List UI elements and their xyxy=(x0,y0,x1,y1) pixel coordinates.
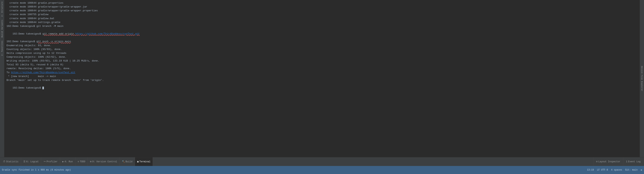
sidebar-tab-build-variants[interactable]: Build Variants xyxy=(0,18,4,39)
terminal-line-4: create mode 100755 gradlew xyxy=(6,13,638,16)
terminal-line-18: * [new branch] main -> main xyxy=(6,75,638,78)
terminal-line-20: 192:Demo takeeigou$ xyxy=(6,82,638,94)
terminal-line-10: Enumerating objects: 93, done. xyxy=(6,44,638,47)
terminal-line-14: Writing objects: 100% (93/93), 133.19 Ki… xyxy=(6,59,638,63)
event-log-badge: 1 xyxy=(626,160,627,163)
right-panel-items: ⊡ Layout Inspector 1 Event Log xyxy=(593,157,643,166)
settings-icon[interactable]: ⚙ xyxy=(641,169,642,172)
layout-inspector-button[interactable]: ⊡ Layout Inspector xyxy=(593,157,623,166)
sidebar-tab-favorites[interactable]: 2: Favorites xyxy=(0,39,4,57)
branch-display: Git: main xyxy=(625,169,638,171)
toolbar-terminal-label: Terminal xyxy=(140,160,150,163)
status-left: Gradle sync finished in 1 s 909 ms (6 mi… xyxy=(2,169,587,171)
terminal-line-6: create mode 100644 settings.gradle xyxy=(6,20,638,24)
toolbar-run[interactable]: ▶ 4: Run xyxy=(60,157,75,166)
event-log-label: Event Log xyxy=(628,160,640,163)
left-sidebar: 2: Structure Build Variants 2: Favorites xyxy=(0,0,4,157)
profiler-icon: 〜 xyxy=(44,160,46,163)
layout-inspector-label: Layout Inspector xyxy=(598,160,620,163)
toolbar-profiler[interactable]: 〜 Profiler xyxy=(41,157,60,166)
terminal-line-15: Total 93 (delta 5), reused 0 (delta 0) xyxy=(6,63,638,67)
terminal-icon: ▣ xyxy=(137,160,139,163)
toolbar-build-label: Build xyxy=(126,160,132,163)
toolbar-todo[interactable]: ≡ TODO xyxy=(75,157,88,166)
terminal-line-7: 192:Demo takeeigou$ git branch -M main xyxy=(6,24,638,28)
terminal-line-11: Counting objects: 100% (93/93), done. xyxy=(6,47,638,51)
terminal-line-17: To https://github.com/ThirdGoddess/cynTe… xyxy=(6,71,638,75)
toolbar-run-label: 4: Run xyxy=(64,160,73,163)
terminal-line-12: Delta compression using up to 12 threads xyxy=(6,51,638,55)
terminal-line-3: create mode 100644 gradle/wrapper/gradle… xyxy=(6,9,638,13)
layout-inspector-icon: ⊡ xyxy=(596,160,598,163)
version-control-icon: ⊞ xyxy=(90,160,92,163)
status-right: 13:19 LF UTF-8 4 spaces Git: main ⚙ xyxy=(587,169,642,172)
terminal-line-1: create mode 100644 gradle.properties xyxy=(6,1,638,5)
sidebar-tab-structure[interactable]: 2: Structure xyxy=(0,0,4,18)
toolbar-logcat-label: 6: Logcat xyxy=(26,160,39,163)
time-display: 13:19 xyxy=(587,169,594,171)
toolbar-statistic[interactable]: ⏱ Statistic xyxy=(1,157,21,166)
logcat-icon: ☰ xyxy=(24,160,26,163)
terminal-line-16: remote: Resolving deltas: 100% (5/5), do… xyxy=(6,67,638,70)
spaces-display: 4 spaces xyxy=(611,169,622,171)
toolbar-terminal[interactable]: ▣ Terminal xyxy=(135,157,153,166)
terminal-line-2: create mode 100644 gradle/wrapper/gradle… xyxy=(6,5,638,9)
right-sidebar: Device File Explorer xyxy=(640,0,644,157)
terminal-line-8: 192:Demo takeeigou$ git remote add origi… xyxy=(6,28,638,40)
toolbar-logcat[interactable]: ☰ 6: Logcat xyxy=(21,157,41,166)
terminal-area: create mode 100644 gradle.properties cre… xyxy=(4,0,640,157)
todo-icon: ≡ xyxy=(78,160,79,163)
toolbar-version-control[interactable]: ⊞ 9: Version Control xyxy=(88,157,120,166)
toolbar-build[interactable]: 🔨 Build xyxy=(120,157,135,166)
status-bar: Gradle sync finished in 1 s 909 ms (6 mi… xyxy=(0,166,644,174)
toolbar-profiler-label: Profiler xyxy=(46,160,58,163)
terminal-line-19: Branch 'main' set up to track remote bra… xyxy=(6,78,638,82)
terminal-line-13: Compressing objects: 100% (62/62), done. xyxy=(6,55,638,59)
bottom-toolbar: ⏱ Statistic ☰ 6: Logcat 〜 Profiler ▶ 4: … xyxy=(0,157,644,166)
toolbar-todo-label: TODO xyxy=(80,160,85,163)
terminal-line-9: 192:Demo takeeigou$ git push -u origin m… xyxy=(6,40,638,43)
event-log-button[interactable]: 1 Event Log xyxy=(623,157,643,166)
toolbar-statistic-label: Statistic xyxy=(6,160,18,163)
run-icon: ▶ xyxy=(62,160,64,163)
build-icon: 🔨 xyxy=(122,160,125,163)
gradle-sync-status: Gradle sync finished in 1 s 909 ms (6 mi… xyxy=(2,169,71,171)
cursor xyxy=(42,87,44,89)
sidebar-tab-device-file-explorer[interactable]: Device File Explorer xyxy=(640,64,644,93)
encoding-display: LF UTF-8 xyxy=(597,169,608,171)
toolbar-version-control-label: 9: Version Control xyxy=(92,160,117,163)
statistic-icon: ⏱ xyxy=(3,160,5,163)
terminal-line-5: create mode 100644 gradlew.bat xyxy=(6,17,638,20)
